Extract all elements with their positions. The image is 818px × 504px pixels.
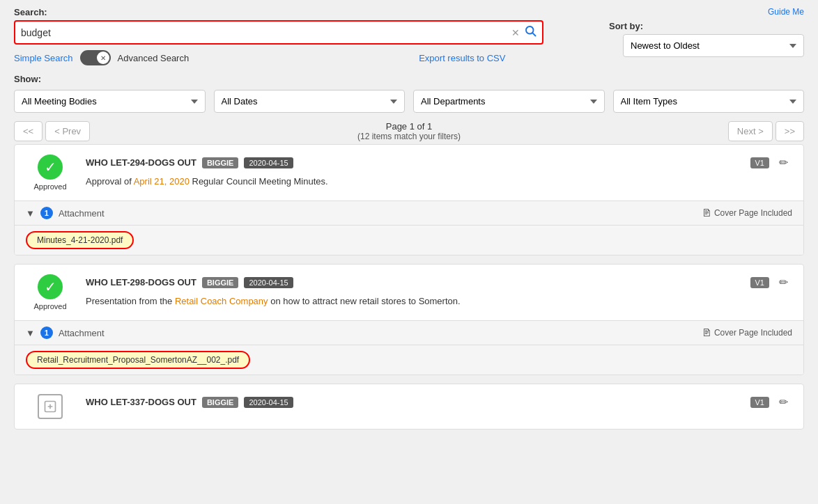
attachment-bar-1: ▼ 1 Attachment 🖹 Cover Page Included [15,200,803,225]
result-status-2: ✓ Approved [26,274,75,310]
edit-button-3[interactable]: ✏ [775,394,792,410]
filter-meeting-bodies[interactable]: All Meeting Bodies [14,90,206,113]
attachment-label-1: Attachment [59,208,105,219]
result-content-1: WHO LET-294-DOGS OUT BIGGIE 2020-04-15 V… [86,155,792,189]
result-status-3 [26,394,75,419]
filters-row: All Meeting Bodies All Dates All Departm… [14,90,804,113]
result-card-2: ✓ Approved WHO LET-298-DOGS OUT BIGGIE 2… [14,264,804,375]
result-version-2: V1 [750,277,769,288]
title-right-2: V1 ✏ [750,274,792,290]
result-main-1: ✓ Approved WHO LET-294-DOGS OUT BIGGIE 2… [15,145,803,200]
edit-button-2[interactable]: ✏ [775,274,792,290]
cover-page-2: 🖹 Cover Page Included [702,327,792,338]
description-link-2[interactable]: Retail Coach Company [175,296,268,306]
attachment-file-row-1: Minutes_4-21-2020.pdf [15,225,803,255]
result-content-3: WHO LET-337-DOGS OUT BIGGIE 2020-04-15 V… [86,394,792,414]
result-main-3: WHO LET-337-DOGS OUT BIGGIE 2020-04-15 V… [15,384,803,429]
clear-icon[interactable]: ✕ [511,27,520,38]
last-page-button[interactable]: >> [775,121,804,141]
result-main-2: ✓ Approved WHO LET-298-DOGS OUT BIGGIE 2… [15,265,803,320]
result-date-1: 2020-04-15 [244,157,293,168]
result-date-2: 2020-04-15 [244,277,293,288]
prev-page-button[interactable]: < Prev [45,121,90,141]
filter-departments[interactable]: All Departments [413,90,605,113]
result-badge-3: BIGGIE [202,397,239,408]
attachment-file-link-1[interactable]: Minutes_4-21-2020.pdf [26,231,134,249]
attachment-bar-2: ▼ 1 Attachment 🖹 Cover Page Included [15,320,803,345]
attachment-toggle-2[interactable]: ▼ [26,328,35,338]
result-title-1: WHO LET-294-DOGS OUT [86,157,196,168]
result-title-2: WHO LET-298-DOGS OUT [86,277,196,288]
pagination-right: Next > >> [728,121,804,141]
first-page-button[interactable]: << [14,121,43,141]
result-card: ✓ Approved WHO LET-294-DOGS OUT BIGGIE 2… [14,144,804,255]
result-badge-2: BIGGIE [202,277,239,288]
result-version-1: V1 [750,157,769,168]
approved-icon-2: ✓ [38,274,63,299]
page-wrapper: Search: ✕ Simple Search ✕ Advanced Searc… [0,0,818,504]
next-page-button[interactable]: Next > [728,121,773,141]
pagination-left: << < Prev [14,121,90,141]
pagination-row: << < Prev Page 1 of 1 (12 items match yo… [14,121,804,141]
sort-select[interactable]: Newest to Oldest Oldest to Newest Releva… [623,34,804,57]
guide-me-link[interactable]: Guide Me [768,7,804,17]
export-csv-link[interactable]: Export results to CSV [419,53,505,63]
toggle-knob: ✕ [97,52,109,64]
cover-page-1: 🖹 Cover Page Included [702,207,792,219]
attachment-file-link-2[interactable]: Retail_Recruitment_Proposal_SomertonAZ__… [26,351,250,369]
result-date-3: 2020-04-15 [244,397,293,408]
search-input-wrapper: ✕ [14,20,543,45]
attachment-count-2: 1 [40,326,53,339]
result-version-3: V1 [750,397,769,408]
result-title-row-3: WHO LET-337-DOGS OUT BIGGIE 2020-04-15 V… [86,394,792,410]
attachment-label-2: Attachment [59,328,105,338]
search-label: Search: [14,7,543,17]
result-title-3: WHO LET-337-DOGS OUT [86,397,196,407]
top-bar: Search: ✕ Simple Search ✕ Advanced Searc… [14,7,804,65]
advanced-search-label: Advanced Search [118,53,190,63]
attachment-left-1: ▼ 1 Attachment [26,207,105,219]
result-content-2: WHO LET-298-DOGS OUT BIGGIE 2020-04-15 V… [86,274,792,308]
approved-icon: ✓ [38,155,63,180]
sort-section: Guide Me Sort by: Newest to Oldest Oldes… [609,7,804,57]
result-title-row-1: WHO LET-294-DOGS OUT BIGGIE 2020-04-15 V… [86,155,792,171]
search-button[interactable] [524,24,537,40]
pagination-info: Page 1 of 1 (12 items match your filters… [357,121,461,141]
search-section: Search: ✕ Simple Search ✕ Advanced Searc… [14,7,543,65]
description-link-1[interactable]: April 21, 2020 [134,176,190,187]
items-match-text: (12 items match your filters) [357,132,461,141]
cover-icon-2: 🖹 [702,327,711,338]
attachment-left-2: ▼ 1 Attachment [26,326,105,339]
title-right-1: V1 ✏ [750,155,792,171]
result-badge-1: BIGGIE [202,157,239,168]
result-card-3: WHO LET-337-DOGS OUT BIGGIE 2020-04-15 V… [14,384,804,430]
result-status-1: ✓ Approved [26,155,75,191]
search-mode-toggle[interactable]: ✕ [80,50,111,65]
attachment-file-row-2: Retail_Recruitment_Proposal_SomertonAZ__… [15,345,803,375]
svg-line-1 [532,33,535,36]
status-text-2: Approved [33,302,66,310]
result-description-2: Presentation from the Retail Coach Compa… [86,294,792,308]
status-text-1: Approved [33,182,66,191]
filter-item-types[interactable]: All Item Types [613,90,805,113]
edit-button-1[interactable]: ✏ [775,155,792,171]
page-number-text: Page 1 of 1 [357,121,461,132]
attachment-count-1: 1 [40,207,53,219]
result-title-row-2: WHO LET-298-DOGS OUT BIGGIE 2020-04-15 V… [86,274,792,290]
cover-icon-1: 🖹 [702,207,711,219]
filter-dates[interactable]: All Dates [214,90,406,113]
attachment-toggle-1[interactable]: ▼ [26,208,35,219]
result-description-1: Approval of April 21, 2020 Regular Counc… [86,175,792,189]
search-options-row: Simple Search ✕ Advanced Search Export r… [14,50,543,65]
sort-label: Sort by: [609,21,643,31]
title-right-3: V1 ✏ [750,394,792,410]
simple-search-label[interactable]: Simple Search [14,53,73,63]
show-label: Show: [14,74,804,84]
results-container: ✓ Approved WHO LET-294-DOGS OUT BIGGIE 2… [14,144,804,438]
search-input[interactable] [21,27,511,38]
incomplete-icon [38,394,63,419]
